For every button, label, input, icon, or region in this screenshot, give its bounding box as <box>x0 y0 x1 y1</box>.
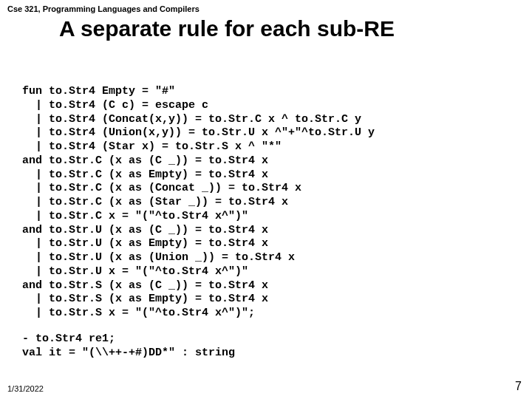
code-block: fun to.Str4 Empty = "#" | to.Str4 (C c) … <box>22 85 375 321</box>
footer-code-block: - to.Str4 re1; val it = "(\\++-+#)DD*" :… <box>22 332 235 361</box>
slide-date: 1/31/2022 <box>7 384 44 393</box>
slide-title: A separate rule for each sub-RE <box>0 16 532 41</box>
page-number: 7 <box>515 380 522 393</box>
slide: Cse 321, Programming Languages and Compi… <box>0 0 532 399</box>
course-label: Cse 321, Programming Languages and Compi… <box>7 4 200 13</box>
